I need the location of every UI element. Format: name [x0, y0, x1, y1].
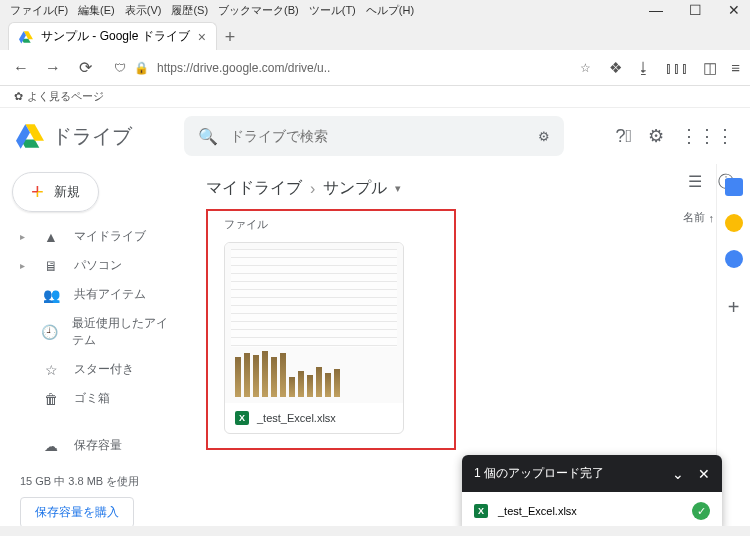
upload-file-name: _test_Excel.xlsx: [498, 505, 577, 517]
forward-button[interactable]: →: [42, 57, 64, 79]
main-content: マイドライブ › サンプル ▾ ☰ ⓘ 名前 ↑ ファイル: [190, 164, 750, 536]
menu-edit[interactable]: 編集(E): [74, 3, 119, 18]
search-options-icon[interactable]: ⚙: [538, 129, 550, 144]
help-icon[interactable]: ?⃝: [615, 126, 632, 147]
sidebar-item-trash[interactable]: ▸🗑ゴミ箱: [8, 384, 190, 413]
tasks-icon[interactable]: [725, 250, 743, 268]
annotation-highlight: ファイル X _test_Excel.xlsx: [206, 209, 456, 450]
tab-close-icon[interactable]: ×: [198, 29, 206, 45]
star-icon: ☆: [42, 362, 60, 378]
browser-menu-bar: ファイル(F) 編集(E) 表示(V) 履歴(S) ブックマーク(B) ツール(…: [0, 0, 750, 20]
upload-toast-header: 1 個のアップロード完了 ⌄ ✕: [462, 455, 722, 492]
settings-icon[interactable]: ⚙: [648, 125, 664, 147]
upload-toast-title: 1 個のアップロード完了: [474, 465, 604, 482]
check-circle-icon: ✓: [692, 502, 710, 520]
sort-label[interactable]: 名前 ↑: [683, 210, 715, 225]
chevron-down-icon[interactable]: ▾: [395, 182, 401, 195]
shield-icon: 🛡: [114, 61, 126, 75]
search-input[interactable]: [230, 128, 526, 144]
add-panel-icon[interactable]: +: [728, 296, 740, 319]
search-icon: 🔍: [198, 127, 218, 146]
breadcrumb: マイドライブ › サンプル ▾: [206, 174, 734, 209]
url-field[interactable]: 🛡 🔒 https://drive.google.com/drive/u.. ☆: [106, 61, 599, 75]
lock-icon: 🔒: [134, 61, 149, 75]
library-icon[interactable]: ⫿⫿⫿: [665, 59, 689, 76]
bookmark-star-icon: ✿: [14, 90, 23, 103]
drive-logo-icon: [16, 122, 44, 150]
browser-tab-bar: サンプル - Google ドライブ × +: [0, 20, 750, 50]
url-text: https://drive.google.com/drive/u..: [157, 61, 330, 75]
keep-icon[interactable]: [725, 214, 743, 232]
menu-history[interactable]: 履歴(S): [167, 3, 212, 18]
window-minimize-icon[interactable]: —: [645, 2, 667, 18]
excel-icon: X: [474, 504, 488, 518]
file-card[interactable]: X _test_Excel.xlsx: [224, 242, 404, 434]
plus-icon: +: [31, 181, 44, 203]
sidebar-item-label: パソコン: [74, 257, 122, 274]
window-close-icon[interactable]: ✕: [724, 2, 744, 18]
drive-icon: ▲: [42, 229, 60, 245]
storage-usage-text: 15 GB 中 3.8 MB を使用: [20, 474, 178, 489]
reload-button[interactable]: ⟳: [74, 57, 96, 79]
drive-header: ドライブ 🔍 ⚙ ?⃝ ⚙ ⋮⋮⋮: [0, 108, 750, 164]
close-icon[interactable]: ✕: [698, 466, 710, 482]
spreadsheet-preview: [231, 249, 397, 347]
bookmark-bar: ✿ よく見るページ: [0, 86, 750, 108]
drive-logo-text: ドライブ: [52, 123, 132, 150]
file-name: _test_Excel.xlsx: [257, 412, 336, 424]
sidebar-item-recent[interactable]: ▸🕘最近使用したアイテム: [8, 309, 190, 355]
tab-title: サンプル - Google ドライブ: [41, 28, 190, 45]
drive-favicon-icon: [19, 30, 33, 44]
sidebar-item-storage[interactable]: ▸☁保存容量: [8, 431, 190, 460]
menu-icon[interactable]: ≡: [731, 59, 740, 76]
new-button[interactable]: + 新規: [12, 172, 99, 212]
sidebar-item-label: マイドライブ: [74, 228, 146, 245]
excel-icon: X: [235, 411, 249, 425]
download-icon[interactable]: ⭳: [636, 59, 651, 76]
list-view-icon[interactable]: ☰: [688, 172, 702, 193]
computer-icon: 🖥: [42, 258, 60, 274]
chevron-down-icon[interactable]: ⌄: [672, 466, 684, 482]
menu-tools[interactable]: ツール(T): [305, 3, 360, 18]
apps-icon[interactable]: ⋮⋮⋮: [680, 125, 734, 147]
trash-icon: 🗑: [42, 391, 60, 407]
menu-bookmarks[interactable]: ブックマーク(B): [214, 3, 303, 18]
cloud-icon: ☁: [42, 438, 60, 454]
caret-icon: ▸: [20, 260, 28, 271]
sidebar-item-label: 共有アイテム: [74, 286, 146, 303]
sidebar-item-label: ゴミ箱: [74, 390, 110, 407]
sidebar-item-shared[interactable]: ▸👥共有アイテム: [8, 280, 190, 309]
browser-url-bar: ← → ⟳ 🛡 🔒 https://drive.google.com/drive…: [0, 50, 750, 86]
menu-view[interactable]: 表示(V): [121, 3, 166, 18]
menu-help[interactable]: ヘルプ(H): [362, 3, 418, 18]
search-box[interactable]: 🔍 ⚙: [184, 116, 564, 156]
protect-icon[interactable]: ❖: [609, 59, 622, 77]
buy-storage-button[interactable]: 保存容量を購入: [20, 497, 134, 528]
window-maximize-icon[interactable]: ☐: [685, 2, 706, 18]
drive-logo[interactable]: ドライブ: [16, 122, 132, 150]
breadcrumb-current[interactable]: サンプル: [323, 178, 387, 199]
clock-icon: 🕘: [41, 324, 58, 340]
calendar-icon[interactable]: [725, 178, 743, 196]
back-button[interactable]: ←: [10, 57, 32, 79]
star-icon[interactable]: ☆: [580, 61, 591, 75]
chart-preview: [231, 351, 397, 397]
sidebar: + 新規 ▸▲マイドライブ ▸🖥パソコン ▸👥共有アイテム ▸🕘最近使用したアイ…: [0, 164, 190, 536]
upload-toast: 1 個のアップロード完了 ⌄ ✕ X _test_Excel.xlsx ✓: [462, 455, 722, 530]
sidebar-item-mydrive[interactable]: ▸▲マイドライブ: [8, 222, 190, 251]
sidebar-icon[interactable]: ◫: [703, 59, 717, 77]
caret-icon: ▸: [20, 231, 28, 242]
upload-toast-row[interactable]: X _test_Excel.xlsx ✓: [462, 492, 722, 530]
menu-file[interactable]: ファイル(F): [6, 3, 72, 18]
new-tab-button[interactable]: +: [217, 24, 243, 50]
new-button-label: 新規: [54, 183, 80, 201]
sidebar-item-starred[interactable]: ▸☆スター付き: [8, 355, 190, 384]
browser-tab[interactable]: サンプル - Google ドライブ ×: [8, 22, 217, 50]
arrow-up-icon: ↑: [709, 212, 715, 224]
section-label-files: ファイル: [218, 217, 444, 232]
horizontal-scrollbar[interactable]: [0, 526, 750, 536]
breadcrumb-root[interactable]: マイドライブ: [206, 178, 302, 199]
sort-label-text: 名前: [683, 210, 705, 225]
bookmark-link[interactable]: よく見るページ: [27, 89, 104, 104]
sidebar-item-computers[interactable]: ▸🖥パソコン: [8, 251, 190, 280]
